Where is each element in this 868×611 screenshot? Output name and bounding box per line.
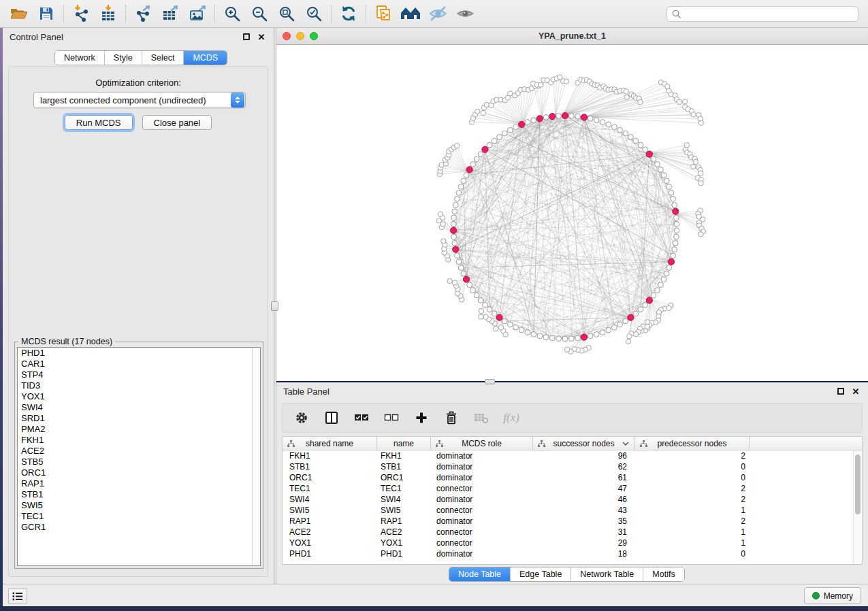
save-session-button[interactable] — [33, 2, 60, 25]
graph-node[interactable] — [562, 336, 568, 342]
table-cell[interactable]: dominator — [431, 516, 533, 526]
network-canvas[interactable] — [276, 45, 868, 381]
graph-node[interactable] — [455, 196, 460, 201]
graph-hub-node[interactable] — [463, 276, 469, 282]
graph-leaf-node[interactable] — [698, 120, 703, 125]
graph-node[interactable] — [674, 234, 679, 240]
network-graph[interactable] — [276, 45, 868, 381]
table-cell[interactable]: 0 — [635, 549, 750, 559]
table-cell[interactable]: 61 — [533, 473, 635, 482]
table-scrollbar[interactable] — [853, 450, 862, 564]
mcds-result-item[interactable]: SRD1 — [18, 413, 260, 424]
mcds-result-item[interactable]: PHD1 — [18, 348, 260, 359]
table-cell[interactable]: RAP1 — [377, 516, 431, 526]
graph-leaf-node[interactable] — [698, 181, 703, 186]
column-header-mcds-role[interactable]: MCDS role — [431, 437, 533, 450]
tab-select[interactable]: Select — [142, 51, 184, 65]
graph-node[interactable] — [575, 335, 581, 341]
mcds-result-item[interactable]: STB1 — [18, 489, 260, 500]
graph-node[interactable] — [531, 118, 536, 123]
graph-node[interactable] — [643, 147, 648, 152]
graph-node[interactable] — [451, 234, 457, 240]
mcds-result-item[interactable]: PMA2 — [18, 424, 260, 435]
table-cell[interactable]: 1 — [635, 527, 750, 537]
graph-leaf-node[interactable] — [479, 314, 483, 319]
graph-hub-node[interactable] — [451, 227, 457, 233]
graph-node[interactable] — [674, 228, 679, 233]
graph-node[interactable] — [673, 240, 678, 246]
graph-node[interactable] — [666, 184, 672, 190]
graph-leaf-node[interactable] — [454, 144, 459, 148]
graph-leaf-node[interactable] — [483, 314, 488, 319]
zoom-fit-button[interactable] — [273, 2, 300, 25]
graph-node[interactable] — [575, 114, 581, 119]
add-column-button[interactable] — [413, 410, 430, 426]
graph-hub-node[interactable] — [496, 314, 502, 320]
tab-mcds[interactable]: MCDS — [184, 51, 227, 65]
graph-node[interactable] — [470, 288, 476, 293]
table-scrollbar-thumb[interactable] — [855, 455, 861, 514]
table-row[interactable]: SWI5SWI5connector431 — [283, 505, 853, 516]
graph-hub-node[interactable] — [668, 259, 674, 265]
graph-node[interactable] — [492, 138, 497, 144]
graph-node[interactable] — [643, 302, 648, 308]
table-row[interactable]: STB1STB1dominator620 — [283, 461, 853, 472]
graph-hub-node[interactable] — [581, 334, 587, 340]
graph-node[interactable] — [655, 288, 660, 293]
table-row[interactable]: PHD1PHD1dominator180 — [283, 548, 853, 559]
table-cell[interactable]: STB1 — [377, 462, 431, 472]
graph-leaf-node[interactable] — [645, 320, 649, 325]
table-cell[interactable]: 2 — [635, 516, 750, 526]
graph-node[interactable] — [452, 209, 457, 214]
mcds-result-item[interactable]: SWI5 — [18, 500, 260, 511]
graph-node[interactable] — [612, 325, 617, 330]
float-table-panel-button[interactable] — [835, 386, 846, 397]
graph-leaf-node[interactable] — [447, 278, 452, 283]
mcds-result-item[interactable]: TEC1 — [18, 511, 260, 522]
zoom-out-button[interactable] — [246, 2, 273, 25]
table-cell[interactable]: 0 — [635, 473, 750, 482]
graph-hub-node[interactable] — [581, 114, 587, 120]
table-cell[interactable]: PHD1 — [283, 549, 377, 559]
table-cell[interactable]: ACE2 — [283, 527, 377, 537]
import-network-button[interactable] — [67, 2, 95, 25]
mcds-result-item[interactable]: TID3 — [18, 380, 260, 391]
table-cell[interactable]: dominator — [431, 495, 533, 504]
graph-node[interactable] — [661, 173, 666, 178]
tab-node-table[interactable]: Node Table — [449, 567, 511, 581]
graph-node[interactable] — [513, 325, 519, 330]
table-cell[interactable]: YOX1 — [377, 538, 431, 548]
table-cell[interactable]: YOX1 — [283, 538, 377, 548]
graph-node[interactable] — [651, 293, 656, 298]
graph-node[interactable] — [658, 167, 664, 172]
graph-node[interactable] — [588, 333, 593, 339]
table-cell[interactable]: 2 — [635, 495, 750, 504]
show-columns-button[interactable] — [323, 410, 340, 426]
graph-leaf-node[interactable] — [638, 99, 643, 104]
graph-leaf-node[interactable] — [564, 79, 568, 84]
export-table-button[interactable] — [157, 2, 184, 25]
table-cell[interactable]: connector — [431, 538, 533, 548]
table-cell[interactable]: 35 — [533, 516, 635, 526]
refresh-network-button[interactable] — [335, 2, 362, 25]
graph-hub-node[interactable] — [646, 297, 652, 303]
graph-node[interactable] — [483, 302, 488, 308]
graph-node[interactable] — [612, 125, 617, 130]
graph-node[interactable] — [470, 162, 476, 167]
graph-node[interactable] — [623, 318, 628, 324]
table-cell[interactable]: dominator — [431, 451, 533, 461]
export-network-button[interactable] — [129, 2, 157, 25]
graph-leaf-node[interactable] — [627, 334, 632, 339]
column-header-successor-nodes[interactable]: successor nodes — [533, 437, 635, 450]
graph-node[interactable] — [502, 318, 507, 324]
graph-node[interactable] — [623, 131, 628, 136]
graph-node[interactable] — [453, 203, 458, 208]
open-file-button[interactable] — [5, 2, 33, 25]
graph-node[interactable] — [669, 190, 674, 195]
tab-style[interactable]: Style — [105, 51, 142, 65]
table-settings-button[interactable] — [293, 410, 310, 426]
criterion-select[interactable]: largest connected component (undirected) — [33, 92, 246, 108]
close-panel-button[interactable]: ✕ — [256, 31, 267, 42]
graph-node[interactable] — [556, 113, 562, 118]
select-all-button[interactable] — [353, 410, 370, 426]
